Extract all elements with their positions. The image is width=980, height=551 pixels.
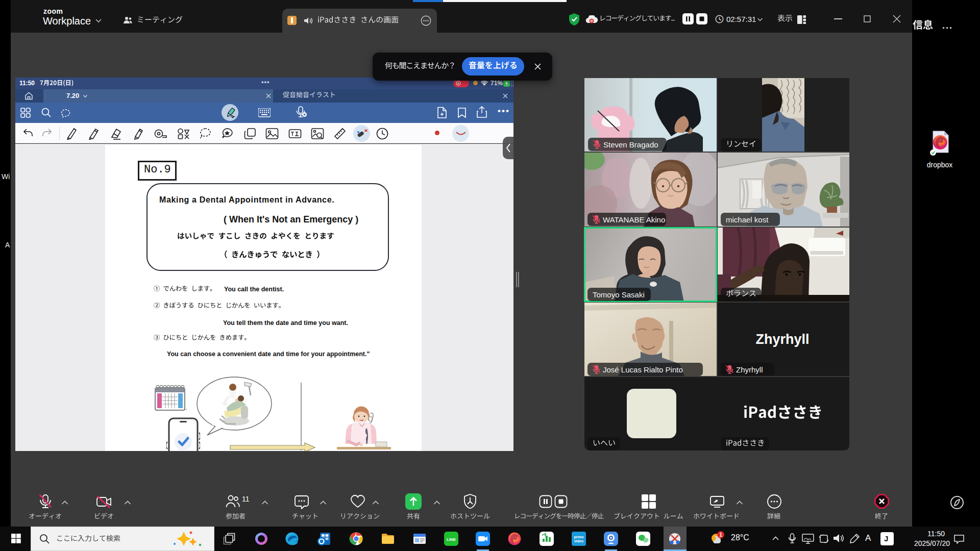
svg-text:video: video [574, 539, 583, 543]
svg-text:LINE: LINE [447, 537, 456, 542]
svg-text:1: 1 [719, 532, 722, 538]
svg-text:prime: prime [574, 535, 583, 539]
